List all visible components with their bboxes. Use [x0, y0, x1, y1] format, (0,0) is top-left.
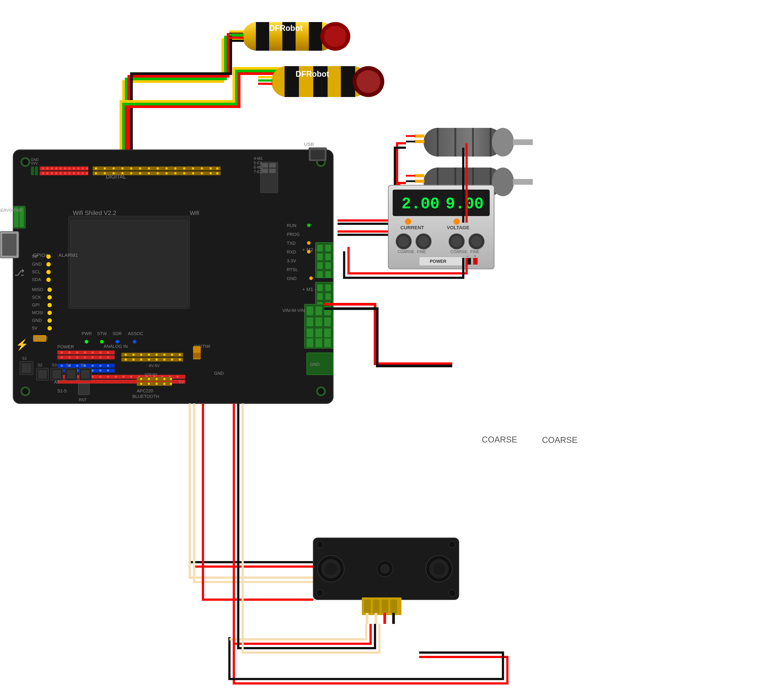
- svg-text:5V: 5V: [32, 254, 38, 259]
- svg-point-153: [209, 172, 212, 174]
- svg-text:RESET: RESET: [33, 336, 48, 341]
- svg-point-102: [46, 167, 49, 169]
- svg-rect-32: [415, 140, 425, 143]
- svg-text:RST: RST: [79, 398, 87, 402]
- svg-point-140: [95, 172, 97, 174]
- svg-point-55: [398, 236, 409, 247]
- svg-point-271: [132, 359, 135, 361]
- svg-text:3-3V: 3-3V: [287, 258, 296, 263]
- svg-text:S1: S1: [22, 356, 27, 361]
- svg-text:RV  RV: RV RV: [149, 364, 160, 368]
- svg-text:RTSL: RTSL: [287, 267, 298, 272]
- svg-point-120: [77, 172, 79, 174]
- svg-point-114: [51, 172, 53, 174]
- coarse-label-1: COARSE: [542, 436, 577, 445]
- svg-point-57: [418, 236, 429, 247]
- svg-point-119: [73, 172, 75, 174]
- svg-rect-320: [53, 370, 61, 378]
- svg-point-273: [148, 359, 150, 361]
- svg-point-213: [48, 311, 52, 315]
- svg-rect-302: [306, 317, 313, 326]
- svg-rect-172: [325, 253, 331, 260]
- svg-point-276: [171, 359, 173, 361]
- svg-point-80: [318, 388, 324, 395]
- svg-point-138: [209, 167, 212, 169]
- svg-rect-162: [269, 163, 276, 168]
- svg-point-154: [216, 172, 218, 174]
- svg-rect-5: [309, 22, 322, 51]
- svg-point-287: [107, 376, 109, 378]
- svg-rect-171: [325, 245, 331, 251]
- svg-point-212: [48, 303, 52, 308]
- svg-rect-260: [121, 353, 183, 357]
- svg-rect-303: [315, 317, 322, 326]
- svg-rect-34: [406, 141, 415, 142]
- svg-point-240: [92, 356, 94, 359]
- svg-text:POWER: POWER: [430, 259, 446, 264]
- svg-text:GND: GND: [310, 362, 320, 367]
- svg-text:9.00: 9.00: [446, 195, 484, 213]
- svg-rect-169: [317, 262, 323, 269]
- svg-rect-12: [229, 39, 244, 42]
- svg-point-275: [163, 359, 165, 361]
- svg-point-107: [68, 167, 71, 169]
- svg-rect-323: [67, 370, 76, 378]
- svg-point-377: [449, 590, 456, 596]
- svg-text:ALARM1: ALARM1: [58, 252, 78, 258]
- svg-rect-11: [229, 36, 244, 39]
- svg-text:S5: S5: [81, 363, 86, 367]
- svg-point-203: [46, 278, 51, 282]
- svg-text:⚡: ⚡: [15, 339, 29, 351]
- svg-rect-26: [455, 128, 456, 156]
- svg-text:6-M2: 6-M2: [254, 165, 263, 169]
- svg-text:7-E2: 7-E2: [254, 169, 262, 174]
- svg-point-78: [22, 388, 28, 395]
- svg-point-250: [99, 365, 102, 367]
- svg-point-59: [451, 236, 462, 247]
- svg-rect-308: [306, 339, 313, 347]
- svg-text:MOSI: MOSI: [32, 310, 43, 315]
- svg-text:MISO: MISO: [32, 287, 43, 292]
- svg-point-235: [107, 351, 109, 354]
- svg-point-231: [76, 351, 78, 354]
- svg-point-211: [48, 295, 52, 299]
- svg-rect-69: [473, 258, 478, 265]
- svg-point-29: [492, 128, 514, 156]
- svg-rect-10: [229, 33, 244, 36]
- svg-rect-310: [324, 339, 331, 347]
- svg-rect-173: [325, 262, 331, 269]
- svg-text:5V: 5V: [179, 380, 184, 385]
- svg-point-349: [155, 383, 158, 385]
- svg-rect-44: [406, 175, 415, 177]
- svg-rect-182: [325, 293, 331, 300]
- svg-rect-164: [269, 169, 276, 173]
- svg-point-375: [449, 541, 456, 548]
- svg-point-289: [122, 376, 125, 378]
- svg-rect-306: [315, 329, 322, 337]
- svg-text:5-E1: 5-E1: [254, 161, 262, 165]
- svg-point-131: [148, 167, 150, 169]
- wifi-shield-board: ƒ Wifi Shiled V2.2 Wifi USB GPIO4 ALARM1…: [0, 141, 333, 403]
- svg-rect-21: [258, 79, 272, 82]
- svg-point-113: [46, 172, 49, 174]
- svg-point-249: [92, 365, 94, 367]
- svg-text:⎇: ⎇: [14, 268, 25, 277]
- svg-rect-25: [437, 128, 438, 156]
- svg-point-269: [179, 354, 181, 356]
- svg-point-230: [68, 351, 71, 354]
- svg-point-234: [99, 351, 102, 354]
- svg-text:STR  RX: STR RX: [145, 373, 158, 377]
- svg-point-105: [59, 167, 62, 169]
- svg-point-130: [139, 167, 141, 169]
- svg-point-296: [176, 376, 179, 378]
- svg-rect-98: [35, 166, 38, 175]
- svg-point-108: [73, 167, 75, 169]
- svg-point-152: [201, 172, 203, 174]
- svg-point-346: [170, 378, 172, 380]
- usb-host-port: [0, 232, 19, 258]
- svg-point-258: [107, 370, 109, 372]
- svg-point-133: [165, 167, 168, 169]
- svg-rect-355: [2, 234, 16, 256]
- svg-point-238: [76, 356, 78, 359]
- svg-rect-20: [258, 76, 272, 78]
